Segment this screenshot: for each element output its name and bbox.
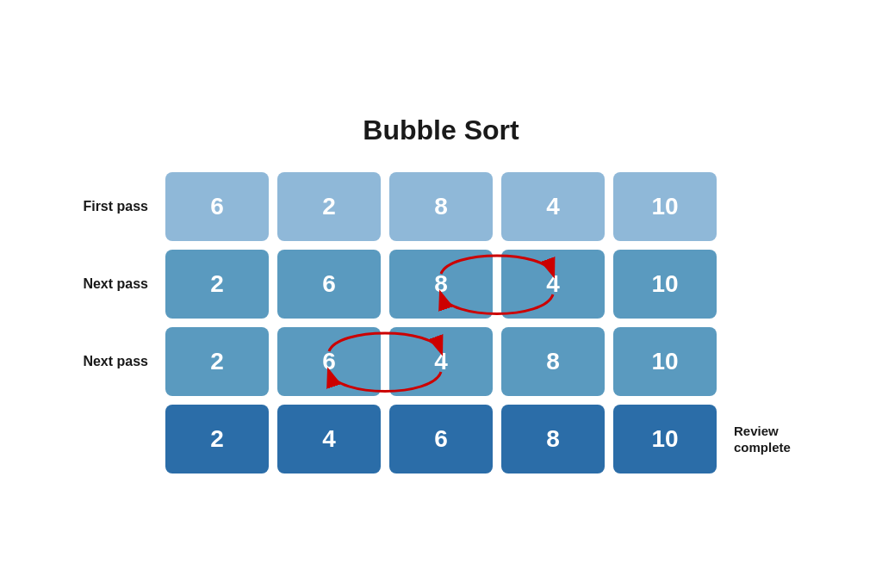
row-4: 2 4 6 8 10 Reviewcomplete	[79, 405, 803, 473]
cell-3-3: 4	[389, 327, 493, 396]
cell-3-1: 2	[165, 327, 269, 396]
row-label-1: First pass	[79, 199, 157, 214]
cell-2-3: 8	[389, 250, 493, 319]
cell-1-3: 8	[389, 172, 493, 241]
row-label-2: Next pass	[79, 276, 157, 292]
cell-3-4: 8	[501, 327, 605, 396]
cell-4-2: 4	[277, 405, 381, 473]
row-label-3: Next pass	[79, 354, 157, 369]
cell-2-4: 4	[501, 250, 605, 319]
row-label-end: Reviewcomplete	[725, 423, 803, 456]
cell-1-2: 2	[277, 172, 381, 241]
cell-4-3: 6	[389, 405, 493, 473]
cell-1-4: 4	[501, 172, 605, 241]
cell-1-1: 6	[165, 172, 269, 241]
row-3-cells: 2 6 4 8 10	[165, 327, 717, 396]
page-title: Bubble Sort	[363, 115, 519, 146]
cell-1-5: 10	[613, 172, 717, 241]
diagram-container: Bubble Sort First pass 6 2 8 4 10 Next p…	[79, 115, 803, 473]
cell-4-5: 10	[613, 405, 717, 473]
cell-3-5: 10	[613, 327, 717, 396]
grid-wrapper: First pass 6 2 8 4 10 Next pass 2 6 8 4 …	[79, 172, 803, 473]
row-3: Next pass 2 6 4 8 10	[79, 327, 803, 396]
row-4-cells: 2 4 6 8 10	[165, 405, 717, 473]
row-1: First pass 6 2 8 4 10	[79, 172, 803, 241]
cell-2-2: 6	[277, 250, 381, 319]
row-2-cells: 2 6 8 4 10	[165, 250, 717, 319]
cell-4-4: 8	[501, 405, 605, 473]
cell-2-5: 10	[613, 250, 717, 319]
row-1-cells: 6 2 8 4 10	[165, 172, 717, 241]
row-2: Next pass 2 6 8 4 10	[79, 250, 803, 319]
cell-4-1: 2	[165, 405, 269, 473]
cell-3-2: 6	[277, 327, 381, 396]
cell-2-1: 2	[165, 250, 269, 319]
